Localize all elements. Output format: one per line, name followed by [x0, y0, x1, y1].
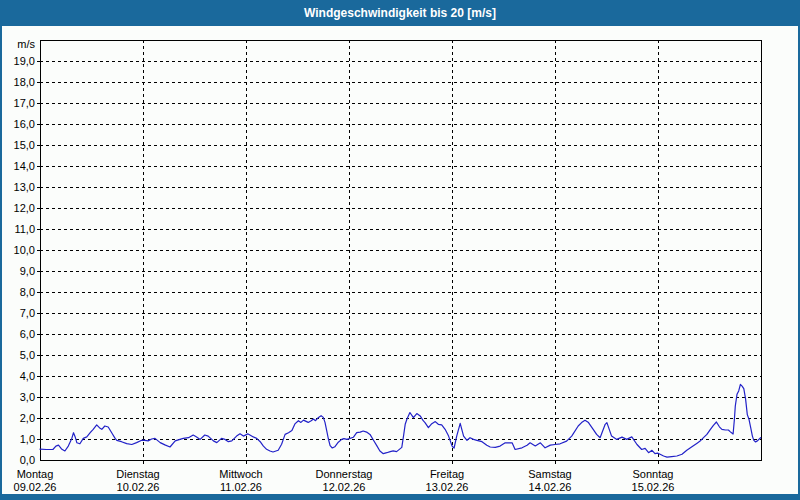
y-tick-label: 16,0: [14, 118, 35, 130]
x-day-label: Sonntag: [633, 468, 674, 480]
x-day-label: Montag: [17, 468, 54, 480]
y-tick-label: 11,0: [14, 223, 35, 235]
wind-speed-plot: 0,01,02,03,04,05,06,07,08,09,010,011,012…: [2, 26, 798, 494]
window-title: Windgeschwindigkeit bis 20 [m/s]: [304, 6, 496, 20]
x-date-label: 15.02.26: [632, 481, 675, 493]
y-tick-label: 3,0: [20, 391, 35, 403]
window-titlebar: Windgeschwindigkeit bis 20 [m/s]: [0, 0, 800, 26]
y-tick-label: 0,0: [20, 454, 35, 466]
window-border-bottom: [0, 494, 800, 500]
y-tick-label: 8,0: [20, 286, 35, 298]
y-tick-label: 14,0: [14, 160, 35, 172]
y-tick-label: 18,0: [14, 76, 35, 88]
x-day-label: Mittwoch: [219, 468, 262, 480]
x-date-label: 10.02.26: [117, 481, 160, 493]
wind-speed-chart: 0,01,02,03,04,05,06,07,08,09,010,011,012…: [2, 26, 798, 494]
x-date-label: 14.02.26: [529, 481, 572, 493]
x-date-label: 09.02.26: [14, 481, 57, 493]
x-day-label: Freitag: [430, 468, 464, 480]
y-tick-label: 1,0: [20, 433, 35, 445]
y-tick-label: 10,0: [14, 244, 35, 256]
y-tick-label: 9,0: [20, 265, 35, 277]
y-tick-label: 6,0: [20, 328, 35, 340]
y-tick-label: 13,0: [14, 181, 35, 193]
x-date-label: 11.02.26: [220, 481, 262, 493]
y-tick-label: 7,0: [20, 307, 35, 319]
x-day-label: Samstag: [528, 468, 571, 480]
y-tick-label: 15,0: [14, 139, 35, 151]
x-day-label: Donnerstag: [316, 468, 373, 480]
wind-speed-line: [40, 384, 761, 457]
y-tick-label: 17,0: [14, 97, 35, 109]
y-tick-label: 4,0: [20, 370, 35, 382]
y-tick-label: 19,0: [14, 55, 35, 67]
y-tick-label: 5,0: [20, 349, 35, 361]
y-axis-unit-label: m/s: [17, 38, 35, 50]
x-day-label: Dienstag: [116, 468, 159, 480]
y-tick-label: 12,0: [14, 202, 35, 214]
app-window: Windgeschwindigkeit bis 20 [m/s] 0,01,02…: [0, 0, 800, 500]
x-date-label: 13.02.26: [426, 481, 469, 493]
window-border-left: [0, 26, 2, 494]
y-tick-label: 2,0: [20, 412, 35, 424]
x-date-label: 12.02.26: [323, 481, 366, 493]
